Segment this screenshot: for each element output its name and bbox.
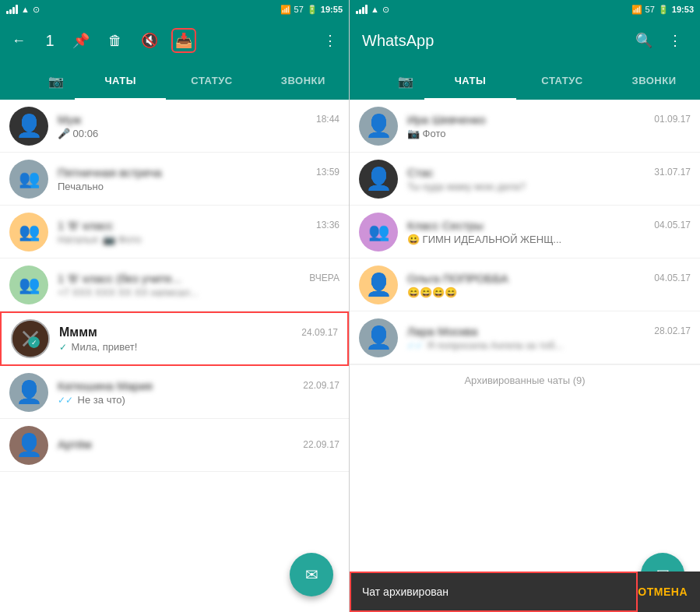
person-icon: 👤 xyxy=(16,113,43,139)
snackbar-action-button[interactable]: ОТМЕНА xyxy=(638,586,688,598)
avatar: 👥 xyxy=(9,213,48,251)
app-title: WhatsApp xyxy=(362,32,622,50)
table-row[interactable]: 👤 Лара Москва 28.02.17 ✓✓ Я попросила Ан… xyxy=(350,311,700,364)
chat-header: 1 'В' класс (без учите... ВЧЕРА xyxy=(58,272,339,285)
table-row[interactable]: 👤 Катюшина Мария 22.09.17 ✓✓ Не за что) xyxy=(0,366,349,419)
person-icon: 👤 xyxy=(365,272,392,297)
archived-label: Архивированные чаты (9) xyxy=(464,375,585,386)
cross-avatar-icon: ✓ xyxy=(12,319,48,358)
chat-content: Ольга ПОПРОББА 04.05.17 😄😄😄😄 xyxy=(407,272,691,298)
table-row[interactable]: ✓ Мммм 24.09.17 ✓ Мила, привет! xyxy=(0,311,349,366)
delete-button[interactable]: 🗑 xyxy=(103,28,128,53)
chat-content: Класс Сестры 04.05.17 😀 ГИМН ИДЕАЛЬНОЙ Ж… xyxy=(407,219,691,245)
table-row[interactable]: 👤 Ольга ПОПРОББА 04.05.17 😄😄😄😄 xyxy=(350,259,700,311)
person-icon: 👤 xyxy=(365,325,392,350)
chat-content: Ира Шевченко 01.09.17 📷 Фото xyxy=(407,113,691,139)
compose-icon: ✉ xyxy=(305,565,318,584)
left-status-left: ▲ ⊙ xyxy=(6,5,40,15)
chat-header: Лара Москва 28.02.17 xyxy=(407,325,691,338)
right-status-right: 📶 57 🔋 19:53 xyxy=(631,5,694,15)
right-camera-tab[interactable]: 📷 xyxy=(387,62,424,100)
table-row[interactable]: 👤 Стас 31.07.17 Ты куда маму мою дела? xyxy=(350,153,700,206)
avatar: 👤 xyxy=(9,426,48,465)
right-battery-icon: 🔋 xyxy=(658,5,669,15)
archive-button[interactable]: 📥 xyxy=(171,28,196,53)
chat-content: Артём 22.09.17 xyxy=(58,438,339,452)
chat-header: 1 'В' класс 13:36 xyxy=(58,219,339,232)
left-status-right: 📶 57 🔋 19:55 xyxy=(280,5,343,15)
chat-name: Стас xyxy=(407,166,433,179)
right-wifi-icon: 📶 xyxy=(631,5,642,15)
pin-button[interactable]: 📌 xyxy=(69,28,93,53)
chat-header: Стас 31.07.17 xyxy=(407,166,691,179)
vpn-icon: ⊙ xyxy=(33,5,40,15)
left-tab-status[interactable]: СТАТУС xyxy=(166,62,257,100)
chat-content: Катюшина Мария 22.09.17 ✓✓ Не за что) xyxy=(58,379,339,406)
avatar: 👥 xyxy=(9,266,48,304)
right-tab-chats[interactable]: ЧАТЫ xyxy=(424,62,516,100)
archived-chats-row[interactable]: Архивированные чаты (9) xyxy=(350,364,700,396)
left-tab-chats[interactable]: ЧАТЫ xyxy=(75,62,166,100)
chat-content: Стас 31.07.17 Ты куда маму мою дела? xyxy=(407,166,691,192)
bar2 xyxy=(9,9,12,14)
mute-button[interactable]: 🔇 xyxy=(137,28,162,53)
chat-preview: ✓✓ Не за что) xyxy=(58,394,339,406)
chat-time: 13:36 xyxy=(316,220,339,230)
snackbar-text: Чат архивирован xyxy=(362,586,625,598)
compose-fab-button[interactable]: ✉ xyxy=(290,553,333,596)
chat-preview: +7 XXX XXX XX XX написал... xyxy=(58,287,339,298)
chat-name: 1 'В' класс (без учите... xyxy=(58,272,181,285)
chat-preview: 😀 ГИМН ИДЕАЛЬНОЙ ЖЕНЩ... xyxy=(407,234,691,245)
left-battery-icon: 🔋 xyxy=(307,5,318,15)
avatar: 👤 xyxy=(9,373,48,412)
person-icon: 👤 xyxy=(16,379,43,405)
avatar: 👥 xyxy=(359,213,398,251)
right-battery-label: 57 xyxy=(645,5,655,14)
left-camera-tab[interactable]: 📷 xyxy=(37,62,75,100)
avatar: ✓ xyxy=(11,319,50,358)
chat-header: Артём 22.09.17 xyxy=(58,438,339,451)
left-wifi-icon: 📶 xyxy=(280,5,291,15)
chat-name: Класс Сестры xyxy=(407,219,484,232)
chat-time: 04.05.17 xyxy=(654,273,691,283)
chat-header: Катюшина Мария 22.09.17 xyxy=(58,379,339,392)
table-row[interactable]: 👥 1 'В' класс (без учите... ВЧЕРА +7 XXX… xyxy=(0,259,349,311)
chat-preview: 🎤 00:06 xyxy=(58,128,339,139)
right-status-left: ▲ ⊙ xyxy=(356,5,389,15)
alert-icon: ▲ xyxy=(21,5,30,14)
table-row[interactable]: 👥 1 'В' класс 13:36 Наталья: 📷 Фото xyxy=(0,206,349,259)
group-icon: 👥 xyxy=(19,222,40,242)
more-button[interactable]: ⋮ xyxy=(318,28,343,53)
right-chat-list: 👤 Ира Шевченко 01.09.17 📷 Фото 👤 Стас 31… xyxy=(350,100,700,612)
chat-content: Муж 18:44 🎤 00:06 xyxy=(58,113,339,139)
right-vpn-icon: ⊙ xyxy=(382,5,389,15)
avatar: 👤 xyxy=(359,266,398,304)
chat-time: 04.05.17 xyxy=(654,220,691,230)
bar2 xyxy=(359,9,361,14)
back-button[interactable]: ← xyxy=(6,28,31,53)
avatar: 👥 xyxy=(9,160,48,199)
chat-preview: 📷 Фото xyxy=(407,128,691,139)
svg-text:✓: ✓ xyxy=(31,339,37,346)
avatar: 👤 xyxy=(359,160,398,199)
right-tab-calls[interactable]: ЗВОНКИ xyxy=(608,62,700,100)
table-row[interactable]: 👥 Класс Сестры 04.05.17 😀 ГИМН ИДЕАЛЬНОЙ… xyxy=(350,206,700,259)
table-row[interactable]: 👤 Муж 18:44 🎤 00:06 xyxy=(0,100,349,153)
right-tab-status[interactable]: СТАТУС xyxy=(516,62,608,100)
chat-header: Ира Шевченко 01.09.17 xyxy=(407,113,691,126)
chat-time: 18:44 xyxy=(316,114,339,125)
right-phone-panel: ▲ ⊙ 📶 57 🔋 19:53 WhatsApp 🔍 ⋮ 📷 ЧАТЫ СТА… xyxy=(350,0,700,612)
search-button[interactable]: 🔍 xyxy=(631,28,656,53)
table-row[interactable]: 👤 Ира Шевченко 01.09.17 📷 Фото xyxy=(350,100,700,153)
more-menu-button[interactable]: ⋮ xyxy=(663,28,688,53)
left-tab-calls[interactable]: ЗВОНКИ xyxy=(258,62,349,100)
person-icon: 👤 xyxy=(16,432,43,458)
chat-preview: ✓✓ Я попросила Ангела за тоб... xyxy=(407,339,691,351)
chat-content: Лара Москва 28.02.17 ✓✓ Я попросила Анге… xyxy=(407,325,691,351)
table-row[interactable]: 👥 Пятничная встреча 13:59 Печально xyxy=(0,153,349,206)
table-row[interactable]: 👤 Артём 22.09.17 xyxy=(0,419,349,472)
chat-time: 31.07.17 xyxy=(654,167,691,178)
chat-header: Пятничная встреча 13:59 xyxy=(58,166,339,179)
bar4 xyxy=(365,5,368,14)
bar3 xyxy=(362,7,364,14)
